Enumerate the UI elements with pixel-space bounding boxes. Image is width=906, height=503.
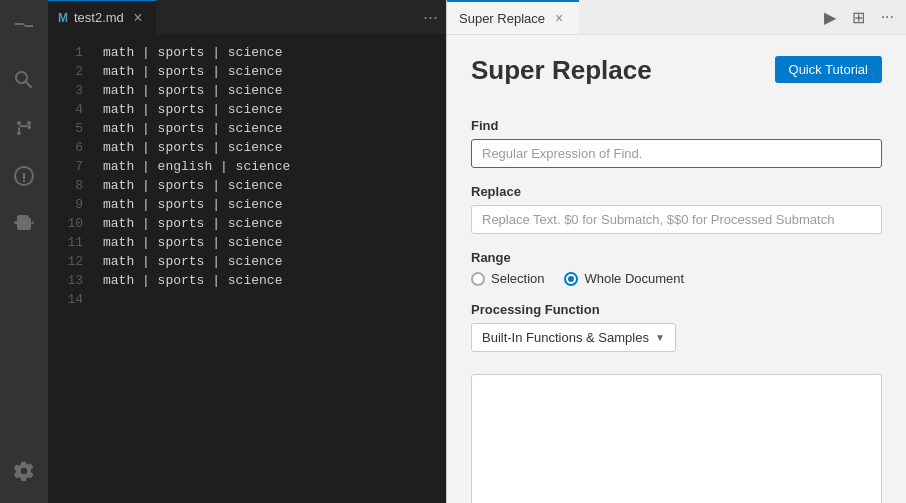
processing-function-textarea[interactable] [471, 374, 882, 503]
dropdown-label: Built-In Functions & Samples [482, 330, 649, 345]
line-num-13: 13 [48, 271, 83, 290]
code-line-3: math | sports | science [103, 81, 426, 100]
tab-menu-more[interactable]: ··· [423, 0, 446, 34]
more-actions-icon[interactable]: ··· [877, 6, 898, 28]
panel-header-row: Super Replace Quick Tutorial [471, 55, 882, 102]
panel-tab-label: Super Replace [459, 11, 545, 26]
line-num-14: 14 [48, 290, 83, 309]
code-line-14 [103, 290, 426, 309]
panel-tab-actions: ▶ ⊞ ··· [820, 0, 906, 34]
files-icon[interactable] [0, 8, 48, 56]
line-num-7: 7 [48, 157, 83, 176]
range-whole-document-label: Whole Document [584, 271, 684, 286]
extensions-icon[interactable] [0, 200, 48, 248]
processing-function-group: Processing Function Built-In Functions &… [471, 302, 882, 352]
split-editor-icon[interactable]: ⊞ [848, 6, 869, 29]
code-line-5: math | sports | science [103, 119, 426, 138]
range-selection-option[interactable]: Selection [471, 271, 544, 286]
tab-label: test2.md [74, 10, 124, 25]
find-label: Find [471, 118, 882, 133]
replace-field-group: Replace [471, 184, 882, 234]
line-num-10: 10 [48, 214, 83, 233]
line-num-5: 5 [48, 119, 83, 138]
line-num-11: 11 [48, 233, 83, 252]
find-field-group: Find [471, 118, 882, 168]
source-control-icon[interactable] [0, 104, 48, 152]
panel-tab-close-icon[interactable]: × [551, 10, 567, 26]
code-line-9: math | sports | science [103, 195, 426, 214]
range-whole-document-radio[interactable] [564, 272, 578, 286]
minimap [426, 35, 446, 503]
play-icon[interactable]: ▶ [820, 6, 840, 29]
settings-icon[interactable] [0, 447, 48, 495]
line-num-1: 1 [48, 43, 83, 62]
code-line-6: math | sports | science [103, 138, 426, 157]
tab-file-icon: M [58, 11, 68, 25]
code-content[interactable]: math | sports | science math | sports | … [93, 35, 426, 503]
code-line-10: math | sports | science [103, 214, 426, 233]
panel-tab-bar: Super Replace × ▶ ⊞ ··· [447, 0, 906, 35]
range-label: Range [471, 250, 882, 265]
replace-input[interactable] [471, 205, 882, 234]
line-num-3: 3 [48, 81, 83, 100]
quick-tutorial-button[interactable]: Quick Tutorial [775, 56, 882, 83]
code-line-11: math | sports | science [103, 233, 426, 252]
activity-bar-bottom [0, 447, 48, 503]
code-line-7: math | english | science [103, 157, 426, 176]
code-line-2: math | sports | science [103, 62, 426, 81]
tab-test2[interactable]: M test2.md × [48, 0, 157, 34]
panel-content: Super Replace Quick Tutorial Find Replac… [447, 35, 906, 503]
line-num-9: 9 [48, 195, 83, 214]
code-line-1: math | sports | science [103, 43, 426, 62]
code-line-12: math | sports | science [103, 252, 426, 271]
editor-tab-bar: M test2.md × ··· [48, 0, 446, 35]
search-icon[interactable] [0, 56, 48, 104]
processing-function-dropdown[interactable]: Built-In Functions & Samples ▼ [471, 323, 676, 352]
line-num-6: 6 [48, 138, 83, 157]
code-line-13: math | sports | science [103, 271, 426, 290]
panel-title: Super Replace [471, 55, 652, 86]
line-num-4: 4 [48, 100, 83, 119]
tab-close-icon[interactable]: × [130, 10, 146, 26]
debug-icon[interactable] [0, 152, 48, 200]
code-line-4: math | sports | science [103, 100, 426, 119]
processing-function-label: Processing Function [471, 302, 882, 317]
range-whole-document-option[interactable]: Whole Document [564, 271, 684, 286]
tab-super-replace[interactable]: Super Replace × [447, 0, 579, 34]
find-input[interactable] [471, 139, 882, 168]
line-num-8: 8 [48, 176, 83, 195]
range-options: Selection Whole Document [471, 271, 882, 286]
super-replace-panel: Super Replace × ▶ ⊞ ··· Super Replace Qu… [446, 0, 906, 503]
editor-area: M test2.md × ··· 1 2 3 4 5 6 7 8 9 10 11… [48, 0, 446, 503]
line-num-2: 2 [48, 62, 83, 81]
range-selection-radio[interactable] [471, 272, 485, 286]
chevron-down-icon: ▼ [655, 332, 665, 343]
range-field-group: Range Selection Whole Document [471, 250, 882, 286]
range-selection-label: Selection [491, 271, 544, 286]
line-num-12: 12 [48, 252, 83, 271]
activity-bar [0, 0, 48, 503]
code-line-8: math | sports | science [103, 176, 426, 195]
replace-label: Replace [471, 184, 882, 199]
code-editor: 1 2 3 4 5 6 7 8 9 10 11 12 13 14 math | … [48, 35, 446, 503]
line-numbers: 1 2 3 4 5 6 7 8 9 10 11 12 13 14 [48, 35, 93, 503]
